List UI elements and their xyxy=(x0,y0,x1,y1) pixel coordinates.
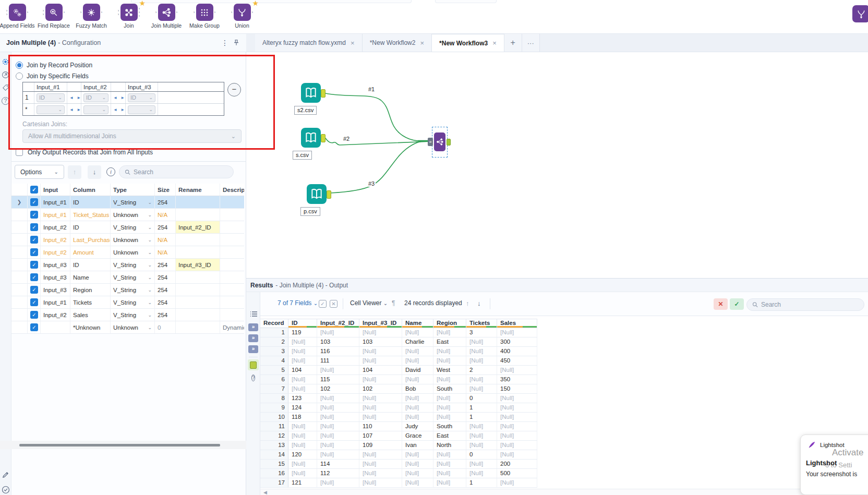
tool-join-multiple[interactable]: ››Join Multiple xyxy=(148,4,185,29)
field-row[interactable]: ✓Input_#2IDV_String⌄254Input_#2_ID xyxy=(11,221,244,234)
scrollbar-thumb[interactable] xyxy=(19,444,220,446)
tool-fuzzy-match[interactable]: ››Fuzzy Match xyxy=(73,4,110,29)
join-field-dropdown[interactable]: ⌄ xyxy=(37,105,65,114)
results-column-header[interactable]: Name xyxy=(402,319,433,328)
join-by-specific-fields-option[interactable]: Join by Specific Fields xyxy=(16,72,89,80)
node-label-p[interactable]: p.csv xyxy=(300,207,320,216)
type-dropdown[interactable]: Unknown⌄ xyxy=(111,246,155,258)
result-row[interactable]: 13[Null][Null]109IvanNorth[Null][Null] xyxy=(260,441,537,450)
fields-summary-dropdown[interactable]: 7 of 7 Fields ⌄ xyxy=(278,299,318,307)
result-row[interactable]: 15[Null]114[Null][Null][Null][Null]200 xyxy=(260,460,537,469)
result-row[interactable]: 6[Null]115[Null][Null][Null][Null]350 xyxy=(260,375,537,384)
input-data-tool-p[interactable] xyxy=(307,184,327,204)
apply-button[interactable]: ✓ xyxy=(730,298,744,310)
field-row[interactable]: ✓*UnknownUnknown⌄0Dynamic xyxy=(11,321,244,334)
search-input[interactable] xyxy=(761,301,859,308)
field-row[interactable]: ✓Input_#1TicketsV_String⌄254 xyxy=(11,296,244,309)
rename-cell[interactable] xyxy=(176,234,220,246)
field-row[interactable]: ✓Input_#1Ticket_StatusUnknown⌄N/A xyxy=(11,209,244,221)
checkbox-checked-icon[interactable]: ✓ xyxy=(30,286,38,294)
checkbox-checked-icon[interactable]: ✓ xyxy=(30,248,38,256)
node-label-s[interactable]: s.csv xyxy=(293,151,312,160)
move-up-button[interactable]: ↑ xyxy=(68,165,81,179)
output-anchor[interactable] xyxy=(327,190,331,199)
check-circle-icon[interactable] xyxy=(2,486,10,495)
rename-cell[interactable]: Input_#2_ID xyxy=(176,221,220,233)
type-dropdown[interactable]: V_String⌄ xyxy=(111,309,155,321)
swap-arrows-icon[interactable]: ◄ ► xyxy=(113,107,126,112)
new-workflow-button[interactable]: + xyxy=(504,34,522,52)
result-row[interactable]: 7[Null]102102BobSouth[Null]150 xyxy=(260,384,537,394)
tab-close-icon[interactable]: × xyxy=(492,39,497,47)
more-options-icon[interactable]: ⋮ xyxy=(217,39,233,47)
radio-selected-icon[interactable] xyxy=(16,62,23,69)
result-row[interactable]: 9124[Null][Null][Null][Null]1[Null] xyxy=(260,403,537,413)
rename-cell[interactable] xyxy=(176,284,220,296)
field-row[interactable]: ✓Input_#3NameV_String⌄254 xyxy=(11,271,244,284)
result-row[interactable]: 4[Null]111[Null][Null][Null][Null]450 xyxy=(260,356,537,366)
deselect-icon[interactable]: ✕ xyxy=(330,300,337,308)
help-icon[interactable]: ? xyxy=(2,96,10,105)
type-dropdown[interactable]: V_String⌄ xyxy=(111,284,155,296)
checkbox-checked-icon[interactable]: ✓ xyxy=(30,311,38,319)
tab-overflow-button[interactable]: ··· xyxy=(522,34,540,52)
node-label-s2[interactable]: s2.csv xyxy=(294,106,317,115)
results-column-header[interactable]: Record xyxy=(260,319,288,328)
open-link-icon[interactable] xyxy=(2,70,10,79)
prev-icon[interactable]: ↑ xyxy=(466,299,469,307)
workflow-tab--new-workflow3[interactable]: *New Workflow3× xyxy=(432,34,504,52)
swap-arrows-icon[interactable]: ◄ ► xyxy=(69,107,81,112)
join-field-dropdown[interactable]: ⌄ xyxy=(128,105,155,114)
rename-cell[interactable] xyxy=(176,246,220,258)
output-anchor-button[interactable] xyxy=(248,359,259,370)
cancel-button[interactable]: ✕ xyxy=(714,298,728,310)
tab-close-icon[interactable]: × xyxy=(420,39,424,47)
checkbox-checked-icon[interactable]: ✓ xyxy=(30,273,38,281)
input-data-tool-s2[interactable] xyxy=(301,83,321,103)
tool-append-fields[interactable]: ›››Append Fields xyxy=(0,4,35,29)
cartesian-joins-dropdown[interactable]: Allow All multidimensional Joins ⌄ xyxy=(22,129,242,143)
checkbox-unchecked-icon[interactable] xyxy=(16,149,23,156)
join-multiple-tool[interactable] xyxy=(434,132,445,151)
tool-union[interactable]: ››★Union xyxy=(224,4,260,29)
join-field-dropdown[interactable]: ID⌄ xyxy=(37,93,65,102)
cell-viewer-dropdown[interactable]: Cell Viewer ⌄ xyxy=(350,299,388,307)
checkbox-checked-icon[interactable]: ✓ xyxy=(30,211,38,219)
workflow-canvas[interactable]: s2.csv s.csv p.csv #1 #2 #3 » xyxy=(246,52,868,278)
info-icon[interactable]: i xyxy=(106,167,115,176)
type-dropdown[interactable]: Unknown⌄ xyxy=(111,234,155,246)
options-dropdown-button[interactable]: Options ⌄ xyxy=(15,165,64,179)
move-down-button[interactable]: ↓ xyxy=(88,165,101,179)
join-by-record-position-option[interactable]: Join by Record Position xyxy=(16,61,92,69)
rename-cell[interactable] xyxy=(176,321,220,333)
workflow-tab-alteryx-fuzzy-match-flow-yxmd[interactable]: Alteryx fuzzy match flow.yxmd× xyxy=(255,34,363,52)
result-row[interactable]: 1119[Null][Null][Null][Null]3[Null] xyxy=(260,328,537,337)
field-row[interactable]: ✓Input_#3RegionV_String⌄254 xyxy=(11,284,244,296)
whitespace-toggle-icon[interactable]: ¶ xyxy=(392,299,395,307)
lightshot-notification[interactable]: Lightshot Activate o to Setti Lightshot … xyxy=(800,434,868,495)
result-row[interactable]: 14120[Null][Null][Null][Null]0[Null] xyxy=(260,450,537,460)
join-field-dropdown[interactable]: ID⌄ xyxy=(128,93,155,102)
checkbox-checked-icon[interactable]: ✓ xyxy=(30,323,38,331)
rename-cell[interactable] xyxy=(176,296,220,308)
output-anchor[interactable] xyxy=(447,139,451,146)
tab-close-icon[interactable]: × xyxy=(351,39,355,47)
pin-icon[interactable] xyxy=(233,39,240,46)
rename-cell[interactable] xyxy=(176,271,220,283)
field-row[interactable]: ✓Input_#2SalesV_String⌄254 xyxy=(11,309,244,321)
expand-chevron-icon[interactable]: ❯ xyxy=(17,199,21,205)
input-1-anchor-button[interactable]: » xyxy=(248,323,258,331)
horizontal-scrollbar[interactable] xyxy=(0,441,246,449)
output-anchor[interactable] xyxy=(321,89,326,98)
pencil-icon[interactable] xyxy=(2,471,9,480)
results-column-header[interactable]: Tickets xyxy=(466,319,497,328)
swap-arrows-icon[interactable]: ◄ ► xyxy=(113,95,126,100)
input-data-tool-s[interactable] xyxy=(301,128,321,148)
help-icon[interactable]: ? xyxy=(248,374,258,381)
field-row[interactable]: ❯✓Input_#1IDV_String⌄254 xyxy=(11,196,244,209)
swap-arrows-icon[interactable]: ◄ ► xyxy=(69,95,81,100)
checkbox-checked-icon[interactable]: ✓ xyxy=(30,186,38,194)
result-row[interactable]: 3[Null]116[Null][Null][Null][Null]400 xyxy=(260,347,537,356)
join-field-dropdown[interactable]: ⌄ xyxy=(83,105,108,114)
tag-icon[interactable] xyxy=(2,83,10,92)
